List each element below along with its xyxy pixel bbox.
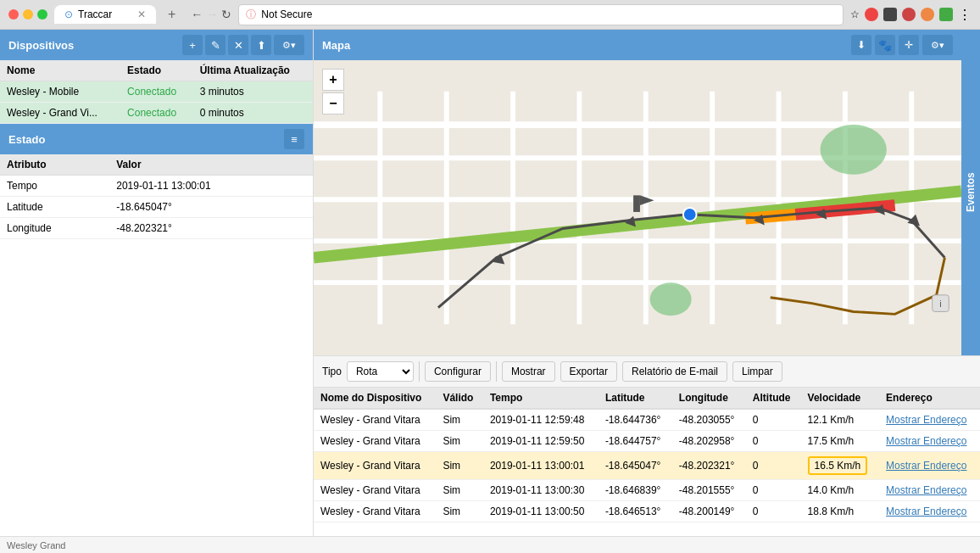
main-area: Mapa ⬇ 🐾 ✛ ⚙▾	[314, 30, 980, 536]
ext3-icon[interactable]	[902, 8, 916, 21]
col-atualizacao: Última Atualização	[193, 60, 313, 81]
svg-rect-29	[633, 195, 640, 212]
settings-device-button[interactable]: ⚙▾	[274, 35, 304, 55]
row-nome: Wesley - Grand Vitara	[314, 480, 436, 501]
map-section: Mapa ⬇ 🐾 ✛ ⚙▾	[314, 30, 961, 355]
map-download-button[interactable]: ⬇	[851, 35, 871, 55]
device-row[interactable]: Wesley - Grand Vi... Conectado 0 minutos	[0, 103, 313, 124]
map-paw-button[interactable]: 🐾	[875, 35, 895, 55]
configurar-button[interactable]: Configurar	[425, 361, 491, 382]
device-table: Nome Estado Última Atualização Wesley - …	[0, 60, 313, 124]
dt-col-valido: Válido	[436, 388, 483, 409]
tab-favicon: ⊙	[64, 8, 73, 20]
estado-row: Longitude -48.202321°	[0, 218, 313, 239]
data-table-container: Nome do Dispositivo Válido Tempo Latitud…	[314, 388, 980, 536]
exportar-button[interactable]: Exportar	[560, 361, 617, 382]
row-endereco[interactable]: Mostrar Endereço	[879, 409, 980, 431]
row-endereco[interactable]: Mostrar Endereço	[879, 480, 980, 501]
browser-tab[interactable]: ⊙ Traccar ✕	[54, 5, 156, 24]
row-endereco[interactable]: Mostrar Endereço	[879, 452, 980, 480]
dt-col-latitude: Latitude	[599, 388, 672, 409]
row-tempo: 2019-01-11 13:00:01	[483, 452, 599, 480]
map-container[interactable]: i + −	[314, 60, 961, 355]
map-crosshair-button[interactable]: ✛	[899, 35, 919, 55]
estado-valor: -18.645047°	[109, 197, 313, 218]
table-row[interactable]: Wesley - Grand Vitara Sim 2019-01-11 13:…	[314, 501, 980, 522]
row-valido: Sim	[436, 409, 483, 431]
device-atualizacao: 0 minutos	[193, 103, 313, 124]
close-dot[interactable]	[8, 9, 19, 20]
device-table-container: Nome Estado Última Atualização Wesley - …	[0, 60, 313, 124]
estado-table: Atributo Valor Tempo 2019-01-11 13:00:01…	[0, 154, 313, 239]
row-altitude: 0	[746, 409, 801, 431]
table-row[interactable]: Wesley - Grand Vitara Sim 2019-01-11 13:…	[314, 480, 980, 501]
relatorio-button[interactable]: Relatório de E-mail	[622, 361, 727, 382]
ext4-icon[interactable]	[921, 8, 934, 21]
row-velocidade: 18.8 Km/h	[801, 501, 880, 522]
estado-atributo: Longitude	[0, 218, 109, 239]
address-bar[interactable]: ⓘ Not Secure	[238, 4, 844, 25]
row-nome: Wesley - Grand Vitara	[314, 501, 436, 522]
table-row[interactable]: Wesley - Grand Vitara Sim 2019-01-11 12:…	[314, 409, 980, 431]
eventos-tab[interactable]: Eventos	[961, 30, 980, 355]
limpar-button[interactable]: Limpar	[732, 361, 782, 382]
dispositivos-header: Dispositivos + ✎ ✕ ⬆ ⚙▾	[0, 30, 313, 60]
device-nome: Wesley - Grand Vi...	[0, 103, 120, 124]
tipo-select[interactable]: Rota Viagens Paradas Eventos Resumo	[347, 361, 414, 382]
bookmark-icon[interactable]: ☆	[850, 8, 860, 20]
row-velocidade: 16.5 Km/h	[801, 452, 880, 480]
zoom-out-button[interactable]: −	[322, 92, 344, 115]
mostrar-button[interactable]: Mostrar	[502, 361, 555, 382]
forward-button[interactable]: →	[206, 8, 218, 21]
table-row[interactable]: Wesley - Grand Vitara Sim 2019-01-11 13:…	[314, 452, 980, 480]
edit-device-button[interactable]: ✎	[205, 35, 226, 55]
row-velocidade: 14.0 Km/h	[801, 480, 880, 501]
upload-device-button[interactable]: ⬆	[251, 35, 271, 55]
estado-title: Estado	[8, 133, 45, 146]
row-latitude: -18.646513°	[599, 501, 672, 522]
map-header-buttons: ⬇ 🐾 ✛ ⚙▾	[851, 35, 953, 55]
col-estado: Estado	[120, 60, 193, 81]
minimize-dot[interactable]	[23, 9, 33, 20]
toolbar-divider-2	[496, 361, 497, 382]
row-valido: Sim	[436, 480, 483, 501]
ext1-icon[interactable]	[865, 8, 878, 21]
app-container: Dispositivos + ✎ ✕ ⬆ ⚙▾ Nome Estado Últi…	[0, 30, 980, 536]
tab-close-icon[interactable]: ✕	[137, 8, 146, 20]
browser-chrome: ⊙ Traccar ✕ + ← → ↻ ⓘ Not Secure ☆ ⋮	[0, 0, 980, 30]
delete-device-button[interactable]: ✕	[228, 35, 248, 55]
back-button[interactable]: ←	[191, 8, 203, 21]
estado-valor: 2019-01-11 13:00:01	[109, 176, 313, 197]
row-valido: Sim	[436, 431, 483, 452]
row-valido: Sim	[436, 452, 483, 480]
maximize-dot[interactable]	[37, 9, 47, 20]
zoom-in-button[interactable]: +	[322, 69, 344, 91]
dt-col-longitude: Longitude	[672, 388, 746, 409]
security-icon: ⓘ	[246, 8, 256, 22]
ext5-icon[interactable]	[939, 8, 953, 21]
svg-point-25	[820, 125, 886, 175]
svg-point-26	[650, 282, 692, 316]
menu-icon[interactable]: ⋮	[958, 7, 972, 23]
new-tab-button[interactable]: +	[163, 7, 181, 22]
reload-button[interactable]: ↻	[221, 8, 231, 21]
table-row[interactable]: Wesley - Grand Vitara Sim 2019-01-11 12:…	[314, 431, 980, 452]
device-nome: Wesley - Mobile	[0, 81, 120, 103]
map-title: Mapa	[322, 39, 350, 52]
status-text: Wesley Grand	[7, 540, 66, 550]
add-device-button[interactable]: +	[182, 35, 203, 55]
dt-col-altitude: Altitude	[746, 388, 801, 409]
row-latitude: -18.646839°	[599, 480, 672, 501]
window-controls	[8, 9, 47, 20]
row-altitude: 0	[746, 501, 801, 522]
estado-list-button[interactable]: ≡	[284, 129, 304, 149]
map-settings-button[interactable]: ⚙▾	[922, 35, 953, 55]
ext2-icon[interactable]	[883, 8, 897, 21]
row-endereco[interactable]: Mostrar Endereço	[879, 431, 980, 452]
device-row[interactable]: Wesley - Mobile Conectado 3 minutos	[0, 81, 313, 103]
row-velocidade: 12.1 Km/h	[801, 409, 880, 431]
row-valido: Sim	[436, 501, 483, 522]
row-endereco[interactable]: Mostrar Endereço	[879, 501, 980, 522]
estado-row: Latitude -18.645047°	[0, 197, 313, 218]
row-longitude: -48.200149°	[672, 501, 746, 522]
